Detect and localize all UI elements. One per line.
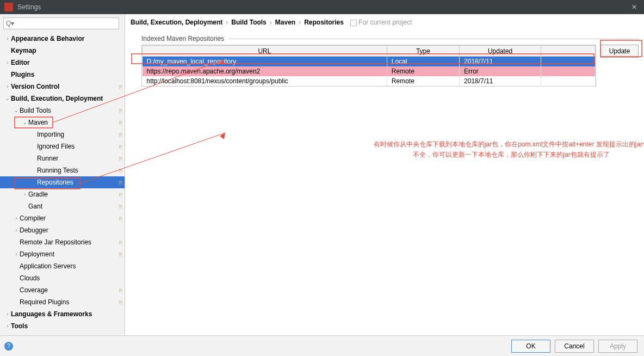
tree-item-label: Build, Execution, Deployment [11, 95, 122, 102]
chevron-icon: › [13, 228, 20, 233]
chevron-right-icon: › [270, 19, 272, 26]
breadcrumb: Build, Execution, Deployment › Build Too… [131, 19, 639, 26]
copy-icon: ⎘ [119, 204, 122, 210]
tree-item-compiler[interactable]: ›Compiler⎘ [0, 212, 125, 224]
tree-item-debugger[interactable]: ›Debugger [0, 224, 125, 236]
tree-item-coverage[interactable]: Coverage⎘ [0, 284, 125, 296]
tree-item-label: Languages & Frameworks [11, 310, 122, 318]
tree-item-label: Running Tests [37, 167, 119, 174]
chevron-right-icon: › [226, 19, 228, 26]
cell-url: http://localhost:8081/nexus/content/grou… [143, 76, 387, 86]
table-row[interactable]: http://localhost:8081/nexus/content/grou… [143, 76, 596, 86]
tree-item-clouds[interactable]: Clouds [0, 272, 125, 284]
copy-icon: ⎘ [119, 216, 122, 222]
tree-item-repositories[interactable]: Repositories⎘ [0, 176, 125, 188]
copy-icon: ⎘ [119, 156, 122, 162]
tree-item-tools[interactable]: ›Tools [0, 320, 125, 332]
chevron-icon: › [13, 251, 20, 257]
tree-item-label: Repositories [37, 179, 119, 186]
cell-updated: Error [460, 66, 541, 76]
chevron-icon: ⌄ [22, 120, 28, 125]
cell-spacer [541, 66, 596, 76]
tree-item-label: Required Plugins [20, 298, 119, 306]
tree-item-label: Keymap [11, 47, 122, 54]
crumb[interactable]: Build Tools [231, 19, 266, 26]
chevron-right-icon: › [299, 19, 301, 26]
tree-item-editor[interactable]: ›Editor [0, 57, 125, 69]
tree-item-label: Debugger [20, 226, 122, 234]
copy-icon: ⎘ [119, 132, 122, 138]
content-pane: Build, Execution, Deployment › Build Too… [125, 14, 644, 335]
copy-icon: ⎘ [119, 144, 122, 150]
tree-item-label: Importing [37, 131, 119, 138]
cell-type: Local [387, 57, 459, 67]
copy-icon: ⎘ [119, 168, 122, 174]
tree-item-version-control[interactable]: ›Version Control⎘ [0, 81, 125, 93]
copy-icon: ⎘ [119, 192, 122, 198]
annotation-text: 有时候你从中央仓库下载到本地仓库的jar包，你在pom.xml文件中按alt+e… [354, 139, 644, 160]
tree-item-label: Maven [28, 119, 119, 126]
col-type[interactable]: Type [387, 46, 459, 57]
cancel-button[interactable]: Cancel [555, 340, 594, 353]
tree-item-application-servers[interactable]: Application Servers [0, 260, 125, 272]
settings-tree: ›Appearance & BehaviorKeymap›EditorPlugi… [0, 33, 125, 335]
tree-item-plugins[interactable]: Plugins [0, 69, 125, 81]
tree-item-keymap[interactable]: Keymap [0, 45, 125, 57]
cell-url: D:/my_maven_local_repository [143, 57, 387, 67]
table-row[interactable]: D:/my_maven_local_repositoryLocal2018/7/… [143, 57, 596, 67]
tree-item-running-tests[interactable]: Running Tests⎘ [0, 164, 125, 176]
crumb[interactable]: Build, Execution, Deployment [131, 19, 222, 26]
tree-item-languages-frameworks[interactable]: ›Languages & Frameworks [0, 308, 125, 320]
search-input[interactable] [3, 17, 119, 29]
tree-item-label: Appearance & Behavior [11, 35, 122, 42]
titlebar: Settings ✕ [0, 0, 644, 14]
copy-icon: ⎘ [119, 287, 122, 293]
tree-item-deployment[interactable]: ›Deployment⎘ [0, 248, 125, 260]
chevron-icon: ⌄ [13, 108, 20, 113]
chevron-icon: › [4, 323, 11, 329]
help-icon[interactable]: ? [4, 342, 13, 351]
tree-item-build-execution-deployment[interactable]: ⌄Build, Execution, Deployment [0, 93, 125, 105]
tree-item-build-tools[interactable]: ⌄Build Tools⎘ [0, 105, 125, 116]
crumb[interactable]: Maven [275, 19, 295, 26]
tree-item-required-plugins[interactable]: Required Plugins⎘ [0, 296, 125, 308]
ok-button[interactable]: OK [511, 340, 550, 353]
footer: ? OK Cancel Apply [0, 335, 644, 356]
table-row[interactable]: https://repo.maven.apache.org/maven2Remo… [143, 66, 596, 76]
chevron-icon: › [4, 84, 11, 89]
copy-icon: ⎘ [119, 84, 122, 90]
tree-item-gant[interactable]: Gant⎘ [0, 200, 125, 212]
chevron-icon: › [4, 311, 11, 317]
tree-item-maven[interactable]: ⌄Maven⎘ [0, 116, 125, 128]
cell-spacer [541, 57, 596, 67]
copy-icon: ⎘ [119, 180, 122, 186]
tree-item-label: Runner [37, 155, 119, 162]
chevron-icon: › [4, 36, 11, 41]
tree-item-label: Plugins [11, 71, 122, 78]
update-button[interactable]: Update [600, 45, 639, 58]
cell-type: Remote [387, 76, 459, 86]
repositories-table[interactable]: URL Type Updated D:/my_maven_local_repos… [141, 45, 596, 87]
tree-item-label: Tools [11, 322, 122, 330]
col-url[interactable]: URL [143, 46, 387, 57]
tree-item-runner[interactable]: Runner⎘ [0, 152, 125, 164]
tree-item-label: Version Control [11, 83, 119, 90]
apply-button[interactable]: Apply [598, 340, 637, 353]
project-icon [350, 20, 357, 26]
tree-item-ignored-files[interactable]: Ignored Files⎘ [0, 140, 125, 152]
tree-item-label: Gant [28, 202, 119, 210]
close-icon[interactable]: ✕ [629, 3, 640, 11]
section-label: Indexed Maven Repositories [141, 35, 639, 42]
copy-icon: ⎘ [119, 299, 122, 305]
tree-item-appearance-behavior[interactable]: ›Appearance & Behavior [0, 33, 125, 45]
col-updated[interactable]: Updated [460, 46, 541, 57]
cell-url: https://repo.maven.apache.org/maven2 [143, 66, 387, 76]
tree-item-label: Application Servers [20, 262, 122, 270]
tree-item-gradle[interactable]: ›Gradle⎘ [0, 188, 125, 200]
chevron-icon: ⌄ [4, 96, 11, 101]
tree-item-importing[interactable]: Importing⎘ [0, 128, 125, 140]
tree-item-remote-jar-repositories[interactable]: Remote Jar Repositories⎘ [0, 236, 125, 248]
copy-icon: ⎘ [119, 251, 122, 257]
crumb: Repositories [304, 19, 344, 26]
tree-item-label: Coverage [20, 286, 119, 294]
